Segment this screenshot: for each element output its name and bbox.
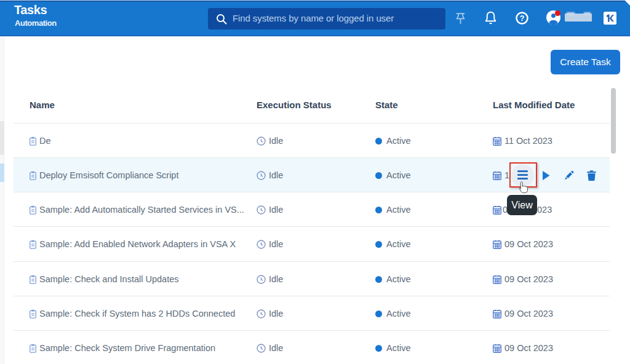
svg-text:?: ? bbox=[520, 14, 525, 23]
